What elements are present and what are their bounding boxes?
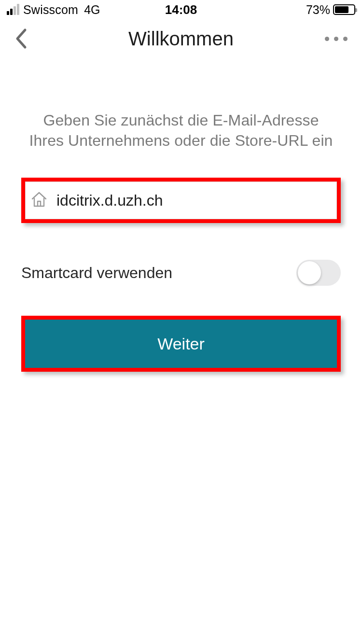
content: Geben Sie zunächst die E-Mail-Adresse Ih… (0, 110, 362, 372)
toggle-knob (298, 261, 321, 284)
status-right: 73% (306, 3, 355, 17)
signal-icon (7, 4, 19, 15)
continue-button-highlight: Weiter (21, 316, 341, 372)
nav-bar: Willkommen (0, 19, 362, 58)
dot-icon (325, 37, 329, 41)
battery-fill (335, 6, 348, 13)
status-left: Swisscom 4G (7, 3, 100, 17)
smartcard-toggle[interactable] (296, 260, 341, 286)
page-title: Willkommen (128, 28, 234, 50)
url-input-row[interactable] (25, 182, 337, 219)
chevron-left-icon (14, 28, 28, 49)
instruction-text: Geben Sie zunächst die E-Mail-Adresse Ih… (21, 110, 341, 151)
back-button[interactable] (14, 28, 28, 49)
network-label: 4G (84, 3, 100, 17)
url-input-highlight (21, 178, 341, 223)
dot-icon (334, 37, 338, 41)
carrier-label: Swisscom (23, 3, 78, 17)
continue-button[interactable]: Weiter (25, 320, 337, 368)
clock-label: 14:08 (165, 2, 197, 17)
home-icon (30, 191, 48, 210)
more-button[interactable] (325, 37, 348, 41)
battery-icon (333, 4, 355, 15)
smartcard-label: Smartcard verwenden (21, 264, 172, 282)
smartcard-row: Smartcard verwenden (21, 260, 341, 286)
dot-icon (343, 37, 348, 41)
status-bar: Swisscom 4G 14:08 73% (0, 0, 362, 19)
battery-percent-label: 73% (306, 3, 330, 17)
store-url-input[interactable] (56, 192, 332, 210)
